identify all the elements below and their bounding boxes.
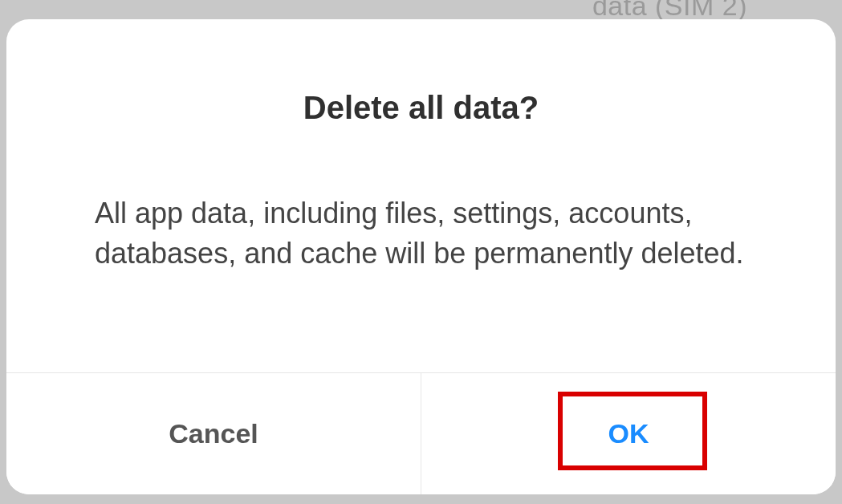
confirm-delete-dialog: Delete all data? All app data, including… (6, 19, 836, 494)
ok-button[interactable]: OK (421, 373, 836, 494)
cancel-button[interactable]: Cancel (6, 373, 421, 494)
background-partial-text: data (SIM 2) (592, 0, 747, 22)
dialog-title: Delete all data? (6, 19, 836, 126)
dialog-action-bar: Cancel OK (6, 372, 836, 494)
dialog-body-text: All app data, including files, settings,… (6, 126, 836, 372)
